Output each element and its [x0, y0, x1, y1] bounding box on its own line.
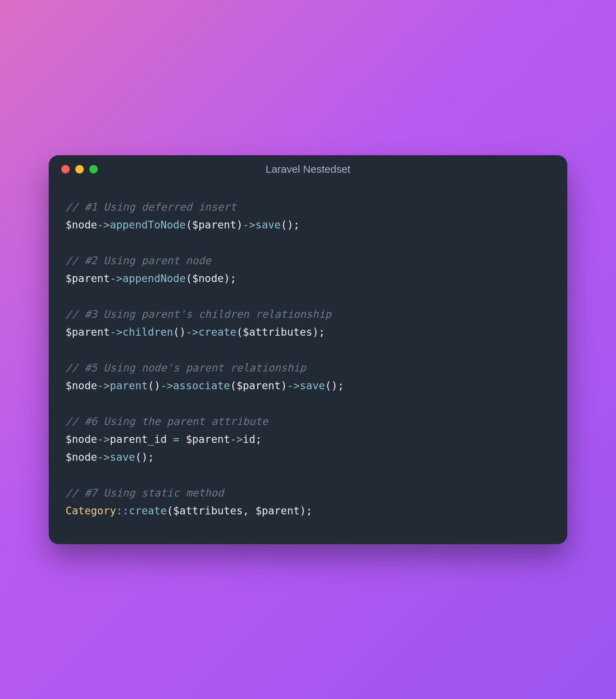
code-area: // #1 Using deferred insert$node->append… — [49, 177, 567, 544]
code-token: $node — [66, 433, 97, 445]
code-token: (); — [281, 219, 300, 231]
code-comment: // #6 Using the parent attribute — [66, 415, 268, 427]
code-line — [66, 287, 550, 305]
code-token: ( — [167, 505, 173, 517]
code-token: ( — [237, 326, 243, 338]
code-token: ); — [312, 326, 325, 338]
code-token: -> — [110, 326, 122, 338]
code-token: $parent — [192, 219, 236, 231]
code-token: -> — [97, 433, 110, 445]
code-token: -> — [186, 326, 198, 338]
code-line: Category::create($attributes, $parent); — [66, 502, 550, 520]
code-token: ); — [224, 272, 237, 285]
code-token: -> — [97, 219, 110, 231]
code-token: -> — [160, 379, 173, 392]
code-token: $parent — [186, 433, 230, 445]
code-line — [66, 466, 550, 484]
code-token: appendToNode — [110, 219, 186, 231]
code-token: save — [110, 451, 135, 463]
code-token: $parent — [237, 379, 281, 392]
close-icon[interactable] — [61, 165, 70, 173]
code-token: ; — [255, 433, 262, 445]
code-token: $attributes — [173, 505, 243, 517]
code-line: $node->parent_id = $parent->id; — [66, 430, 550, 448]
code-token: () — [148, 379, 160, 392]
code-token: $parent — [66, 326, 110, 338]
code-token: , — [243, 505, 255, 517]
code-line: // #7 Using static method — [66, 484, 550, 502]
code-token: $parent — [66, 272, 110, 285]
code-token: ) — [237, 219, 243, 231]
code-comment: // #3 Using parent's children relationsh… — [66, 308, 331, 320]
code-token: ); — [300, 505, 312, 517]
code-token: Category — [66, 505, 116, 517]
code-comment: // #7 Using static method — [66, 487, 224, 499]
code-token: children — [123, 326, 173, 338]
code-token: $node — [66, 379, 97, 392]
code-line — [66, 234, 550, 252]
code-line — [66, 341, 550, 359]
code-token: $node — [192, 272, 224, 285]
code-comment: // #5 Using node's parent relationship — [66, 362, 306, 374]
code-line: // #1 Using deferred insert — [66, 198, 550, 216]
traffic-lights — [61, 165, 98, 173]
code-token: parent_id — [110, 433, 173, 445]
code-line — [66, 395, 550, 412]
code-token: parent — [110, 379, 148, 392]
code-token: -> — [287, 379, 300, 392]
code-token: associate — [173, 379, 230, 392]
code-token: -> — [97, 379, 110, 392]
code-token: $node — [66, 219, 97, 231]
code-token: (); — [135, 451, 154, 463]
code-token: $node — [66, 451, 97, 463]
code-token: () — [173, 326, 186, 338]
code-line: $node->save(); — [66, 448, 550, 466]
window-title: Laravel Nestedset — [49, 163, 567, 175]
code-token: id — [243, 433, 255, 445]
code-line: // #3 Using parent's children relationsh… — [66, 305, 550, 323]
code-comment: // #2 Using parent node — [66, 254, 211, 267]
code-token: $parent — [255, 505, 300, 517]
code-window: Laravel Nestedset // #1 Using deferred i… — [49, 155, 567, 544]
code-line: $node->parent()->associate($parent)->sav… — [66, 377, 550, 395]
code-line: // #2 Using parent node — [66, 252, 550, 269]
code-line: // #6 Using the parent attribute — [66, 412, 550, 430]
code-token: create — [129, 505, 167, 517]
code-token: appendNode — [123, 272, 186, 285]
code-comment: // #1 Using deferred insert — [66, 201, 237, 213]
code-token: -> — [97, 451, 110, 463]
code-line: $parent->children()->create($attributes)… — [66, 323, 550, 341]
code-token: = — [173, 433, 186, 445]
code-token: (); — [325, 379, 344, 392]
code-token: $attributes — [243, 326, 313, 338]
minimize-icon[interactable] — [75, 165, 84, 173]
window-titlebar: Laravel Nestedset — [49, 155, 567, 177]
code-token: ( — [186, 272, 192, 285]
code-token: -> — [110, 272, 122, 285]
code-line: $parent->appendNode($node); — [66, 269, 550, 287]
code-token: save — [300, 379, 325, 392]
code-token: ( — [186, 219, 192, 231]
code-token: save — [255, 219, 281, 231]
code-token: -> — [230, 433, 243, 445]
code-line: // #5 Using node's parent relationship — [66, 359, 550, 377]
code-token: create — [198, 326, 236, 338]
code-token: -> — [243, 219, 255, 231]
code-line: $node->appendToNode($parent)->save(); — [66, 216, 550, 234]
maximize-icon[interactable] — [89, 165, 98, 173]
code-token: ( — [230, 379, 237, 392]
code-token: ) — [281, 379, 287, 392]
code-token: :: — [116, 505, 129, 517]
